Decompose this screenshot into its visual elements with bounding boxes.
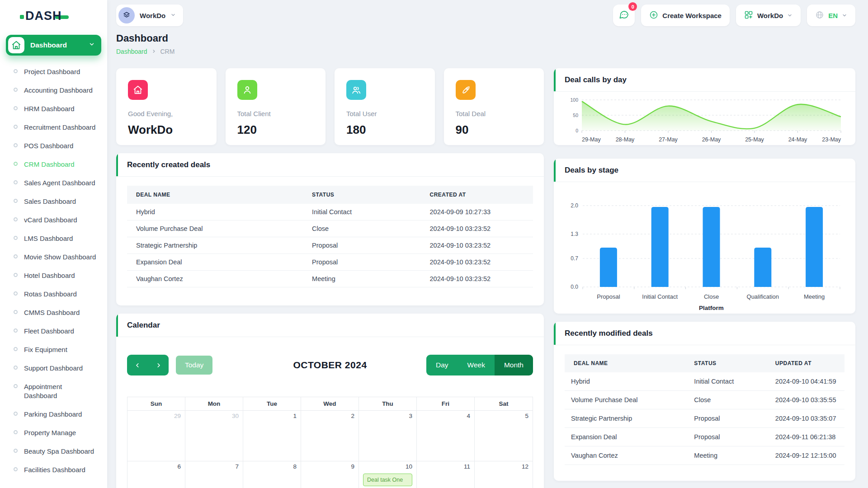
sidebar-item-label: POS Dashboard xyxy=(24,141,73,150)
card-title: Deals by stage xyxy=(565,166,618,175)
svg-text:0.7: 0.7 xyxy=(571,255,578,262)
sidebar-item-accounting-dashboard[interactable]: Accounting Dashboard xyxy=(14,86,107,95)
calendar-card: Calendar Today OCTOBER 2024 Day xyxy=(116,314,544,488)
sidebar-item-property-manage[interactable]: Property Manage xyxy=(14,428,107,437)
sidebar-item-parking-dashboard[interactable]: Parking Dashboard xyxy=(14,410,107,419)
table-row: Vaughan CortezMeeting2024-09-10 03:23:52 xyxy=(127,271,533,287)
created-deals-table: Deal NameStatusCreated AtHybridInitial C… xyxy=(127,186,533,287)
calendar-day-cell[interactable]: 8 xyxy=(243,461,301,488)
svg-text:27-May: 27-May xyxy=(659,136,678,143)
table-row: Volume Purchase DealClose2024-09-10 03:3… xyxy=(565,391,844,409)
sidebar-item-dashboard[interactable]: Dashboard xyxy=(6,35,101,56)
calendar-toolbar: Today OCTOBER 2024 Day Week Month xyxy=(127,354,533,376)
day-number: 30 xyxy=(232,413,239,419)
prev-month-button[interactable] xyxy=(127,355,148,375)
company-menu[interactable]: WorkDo xyxy=(736,5,801,26)
calendar-day-cell[interactable]: 11 xyxy=(417,461,475,488)
day-number: 3 xyxy=(409,413,412,419)
create-workspace-label: Create Workspace xyxy=(662,12,722,19)
bullet-icon xyxy=(14,162,18,166)
bullet-icon xyxy=(14,180,18,184)
calendar-day-cell[interactable]: 10Deal task One xyxy=(359,461,417,488)
home-icon xyxy=(128,80,148,100)
globe-icon xyxy=(815,10,824,21)
table-cell: 2024-09-09 10:27:33 xyxy=(424,204,533,221)
sidebar-item-crm-dashboard[interactable]: CRM Dashboard xyxy=(14,160,107,169)
sidebar-item-beauty-spa-dashboard[interactable]: Beauty Spa Dashboard xyxy=(14,447,107,456)
sidebar: DASH Dashboard Project DashboardAccounti… xyxy=(0,0,107,488)
sidebar-item-lms-dashboard[interactable]: LMS Dashboard xyxy=(14,234,107,243)
calendar-day-cell[interactable]: 30 xyxy=(185,411,243,461)
breadcrumb-dashboard-link[interactable]: Dashboard xyxy=(116,48,147,55)
card-title: Recently created deals xyxy=(127,160,210,169)
day-number: 4 xyxy=(467,413,470,419)
table-cell: Close xyxy=(688,391,769,409)
stat-label: Good Evening, xyxy=(128,110,205,117)
svg-text:Meeting: Meeting xyxy=(804,293,825,300)
sidebar-item-vcard-dashboard[interactable]: vCard Dashboard xyxy=(14,216,107,225)
app-logo[interactable]: DASH xyxy=(0,0,107,23)
calendar-day-cell[interactable]: 6 xyxy=(127,461,185,488)
bullet-icon xyxy=(14,430,18,434)
sidebar-item-sales-dashboard[interactable]: Sales Dashboard xyxy=(14,197,107,206)
day-of-week-header: Mon xyxy=(185,397,243,411)
table-row: HybridInitial Contact2024-09-09 10:27:33 xyxy=(127,204,533,221)
svg-text:Initial Contact: Initial Contact xyxy=(642,293,678,300)
sidebar-item-hotel-dashboard[interactable]: Hotel Dashboard xyxy=(14,271,107,280)
svg-text:Platform: Platform xyxy=(699,305,724,311)
view-week-button[interactable]: Week xyxy=(458,355,495,375)
sidebar-item-label: CMMS Dashboard xyxy=(24,308,80,317)
bullet-icon xyxy=(14,347,18,351)
chevron-down-icon xyxy=(842,12,847,19)
sidebar-item-label: Hotel Dashboard xyxy=(24,271,75,280)
bullet-icon xyxy=(14,412,18,416)
topbar: WorkDo 0 Create Workspace xyxy=(116,5,855,26)
sidebar-item-facilities-dashboard[interactable]: Facilities Dashboard xyxy=(14,465,107,474)
sidebar-item-fix-equipment[interactable]: Fix Equipment xyxy=(14,345,107,354)
sidebar-item-recruitment-dashboard[interactable]: Recruitment Dashboard xyxy=(14,123,107,132)
calendar-day-cell[interactable]: 12 xyxy=(475,461,533,488)
sidebar-item-cmms-dashboard[interactable]: CMMS Dashboard xyxy=(14,308,107,317)
sidebar-item-rotas-dashboard[interactable]: Rotas Dashboard xyxy=(14,290,107,299)
messages-button[interactable]: 0 xyxy=(613,5,635,26)
day-of-week-header: Wed xyxy=(301,397,359,411)
next-month-button[interactable] xyxy=(148,355,169,375)
calendar-day-cell[interactable]: 29 xyxy=(127,411,185,461)
sidebar-item-label: Accounting Dashboard xyxy=(24,86,93,95)
calendar-day-cell[interactable]: 2 xyxy=(301,411,359,461)
calendar-day-cell[interactable]: 3 xyxy=(359,411,417,461)
language-code: EN xyxy=(828,12,838,19)
day-of-week-header: Sat xyxy=(475,397,533,411)
sidebar-item-sales-agent-dashboard[interactable]: Sales Agent Dashboard xyxy=(14,178,107,188)
calendar-day-cell[interactable]: 5 xyxy=(475,411,533,461)
svg-text:28-May: 28-May xyxy=(616,136,635,143)
column-header: Updated At xyxy=(769,354,844,372)
table-row: Strategic PartnershipProposal2024-09-10 … xyxy=(565,409,844,428)
workspace-selector[interactable]: WorkDo xyxy=(116,5,183,26)
table-cell: Expansion Deal xyxy=(127,254,306,271)
sidebar-item-movie-show-dashboard[interactable]: Movie Show Dashboard xyxy=(14,253,107,262)
sidebar-item-label: LMS Dashboard xyxy=(24,234,73,243)
sidebar-item-appointment-dashboard[interactable]: Appointment Dashboard xyxy=(14,382,107,400)
today-button[interactable]: Today xyxy=(176,356,212,375)
topbar-actions: 0 Create Workspace WorkDo xyxy=(607,5,855,26)
calendar-day-cell[interactable]: 1 xyxy=(243,411,301,461)
sidebar-item-hrm-dashboard[interactable]: HRM Dashboard xyxy=(14,104,107,113)
view-month-button[interactable]: Month xyxy=(495,355,533,375)
calendar-event[interactable]: Deal task One xyxy=(363,474,412,486)
calendar-day-cell[interactable]: 4 xyxy=(417,411,475,461)
table-row: Strategic PartnershipProposal2024-09-10 … xyxy=(127,237,533,254)
create-workspace-button[interactable]: Create Workspace xyxy=(641,5,730,26)
svg-text:0: 0 xyxy=(576,128,578,133)
modified-deals-table: Deal NameStatusUpdated AtHybridInitial C… xyxy=(565,354,844,465)
bullet-icon xyxy=(14,199,18,203)
sidebar-item-project-dashboard[interactable]: Project Dashboard xyxy=(14,67,107,76)
calendar-day-cell[interactable]: 9 xyxy=(301,461,359,488)
calendar-day-cell[interactable]: 7 xyxy=(185,461,243,488)
svg-text:0.0: 0.0 xyxy=(571,284,578,290)
view-day-button[interactable]: Day xyxy=(426,355,458,375)
sidebar-item-pos-dashboard[interactable]: POS Dashboard xyxy=(14,141,107,150)
sidebar-item-support-dashboard[interactable]: Support Dashboard xyxy=(14,364,107,373)
sidebar-item-fleet-dashboard[interactable]: Fleet Dashboard xyxy=(14,327,107,336)
language-selector[interactable]: EN xyxy=(807,5,855,26)
